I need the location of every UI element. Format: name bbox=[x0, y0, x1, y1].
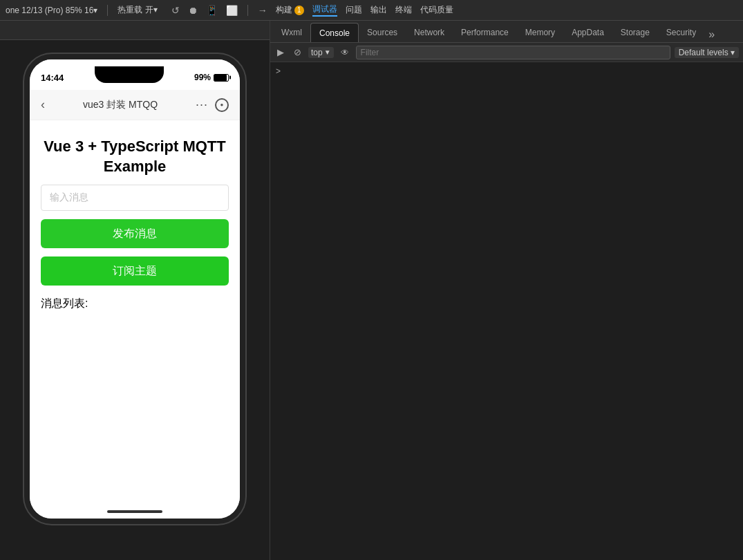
tab-console[interactable]: Console bbox=[310, 23, 359, 42]
sep1 bbox=[107, 5, 108, 16]
battery-icon bbox=[214, 74, 229, 82]
project-label: one 12/13 (Pro) 85% 16▾ bbox=[6, 6, 97, 15]
block-button[interactable]: ⊘ bbox=[291, 46, 304, 59]
output-label: 输出 bbox=[370, 4, 387, 16]
tab-security[interactable]: Security bbox=[658, 23, 704, 42]
tab-storage[interactable]: Storage bbox=[612, 23, 658, 42]
output-btn[interactable]: 输出 bbox=[370, 4, 387, 16]
phone-content: Vue 3 + TypeScript MQTT Example 输入消息 发布消… bbox=[30, 120, 240, 505]
battery-fill bbox=[214, 75, 227, 81]
code-quality-btn[interactable]: 代码质量 bbox=[420, 4, 453, 16]
log-level-label: Default levels ▾ bbox=[679, 48, 735, 57]
phone-panel: 14:44 99% ‹ vue3 封装 MTQQ ··· bbox=[0, 21, 270, 560]
build-badge: 1 bbox=[294, 6, 304, 15]
tab-wxml[interactable]: Wxml bbox=[273, 23, 310, 42]
devtools-tabs: Wxml Console Sources Network Performance… bbox=[270, 21, 743, 43]
sep2 bbox=[247, 5, 248, 16]
chevron-down-icon: ▼ bbox=[324, 48, 331, 56]
more-tabs-button[interactable]: » bbox=[704, 28, 719, 41]
record-icon[interactable]: ⏺ bbox=[188, 5, 198, 16]
nav-title: vue3 封装 MTQQ bbox=[83, 99, 158, 111]
battery-percent: 99% bbox=[194, 73, 211, 82]
phone-nav-bar: ‹ vue3 封装 MTQQ ··· ● bbox=[30, 90, 240, 120]
phone-frame: 14:44 99% ‹ vue3 封装 MTQQ ··· bbox=[24, 54, 245, 524]
devtools-panel: Wxml Console Sources Network Performance… bbox=[270, 21, 743, 560]
message-input[interactable]: 输入消息 bbox=[41, 185, 229, 211]
main-area: 14:44 99% ‹ vue3 封装 MTQQ ··· bbox=[0, 21, 743, 560]
filter-input[interactable] bbox=[356, 46, 670, 59]
phone-top-bar bbox=[0, 21, 270, 40]
hot-reload-btn[interactable]: 热重载 开▾ bbox=[117, 4, 157, 16]
input-placeholder: 输入消息 bbox=[50, 192, 88, 204]
back-button[interactable]: ‹ bbox=[41, 97, 45, 112]
phone-container: 14:44 99% ‹ vue3 封装 MTQQ ··· bbox=[0, 40, 270, 560]
context-label: top bbox=[311, 48, 323, 57]
menu-dots[interactable]: ··· bbox=[196, 97, 208, 112]
terminal-btn[interactable]: 终端 bbox=[395, 4, 412, 16]
subscribe-button[interactable]: 订阅主题 bbox=[41, 256, 229, 286]
tab-sources[interactable]: Sources bbox=[359, 23, 406, 42]
log-level-selector[interactable]: Default levels ▾ bbox=[675, 47, 739, 58]
tab-network[interactable]: Network bbox=[406, 23, 453, 42]
console-content: > bbox=[270, 62, 743, 560]
context-selector[interactable]: top ▼ bbox=[308, 47, 334, 58]
home-indicator bbox=[30, 505, 240, 519]
block-icon: ⊘ bbox=[294, 47, 301, 57]
message-list-label: 消息列表: bbox=[41, 297, 229, 311]
console-prompt[interactable]: > bbox=[276, 66, 281, 76]
hot-reload-label: 热重载 开▾ bbox=[117, 4, 157, 16]
app-title: Vue 3 + TypeScript MQTT Example bbox=[41, 137, 229, 176]
problems-btn[interactable]: 问题 bbox=[346, 4, 362, 16]
eye-icon: 👁 bbox=[341, 48, 349, 57]
arrow-icon[interactable]: → bbox=[258, 5, 267, 16]
status-time: 14:44 bbox=[41, 73, 64, 83]
tab-appdata[interactable]: AppData bbox=[563, 23, 612, 42]
code-quality-label: 代码质量 bbox=[420, 4, 453, 16]
eye-button[interactable]: 👁 bbox=[338, 46, 352, 59]
debugger-btn[interactable]: 调试器 bbox=[312, 3, 337, 17]
execute-button[interactable]: ▶ bbox=[274, 46, 287, 59]
status-right: 99% bbox=[194, 73, 229, 82]
project-info[interactable]: one 12/13 (Pro) 85% 16▾ bbox=[6, 6, 97, 15]
publish-button[interactable]: 发布消息 bbox=[41, 219, 229, 248]
tab-performance[interactable]: Performance bbox=[453, 23, 517, 42]
phone-status-bar: 14:44 99% bbox=[30, 59, 240, 90]
debugger-label: 调试器 bbox=[312, 3, 337, 15]
target-icon[interactable]: ● bbox=[215, 98, 229, 112]
notch bbox=[95, 66, 164, 83]
terminal-label: 终端 bbox=[395, 4, 412, 16]
build-label: 构建 bbox=[276, 4, 292, 16]
top-toolbar: one 12/13 (Pro) 85% 16▾ 热重载 开▾ ↺ ⏺ 📱 ⬜ →… bbox=[0, 0, 743, 21]
tab-memory[interactable]: Memory bbox=[517, 23, 563, 42]
problems-label: 问题 bbox=[346, 4, 362, 16]
circle-dot: ● bbox=[220, 102, 224, 108]
home-bar bbox=[107, 510, 162, 513]
execute-icon: ▶ bbox=[277, 47, 284, 57]
console-toolbar: ▶ ⊘ top ▼ 👁 Default levels ▾ bbox=[270, 43, 743, 62]
build-btn[interactable]: 构建 1 bbox=[276, 4, 304, 16]
refresh-icon[interactable]: ↺ bbox=[171, 5, 180, 16]
square-icon[interactable]: ⬜ bbox=[226, 5, 238, 16]
nav-right-buttons: ··· ● bbox=[196, 97, 229, 112]
phone-icon[interactable]: 📱 bbox=[206, 5, 218, 16]
publish-label: 发布消息 bbox=[113, 227, 157, 241]
subscribe-label: 订阅主题 bbox=[113, 264, 157, 279]
